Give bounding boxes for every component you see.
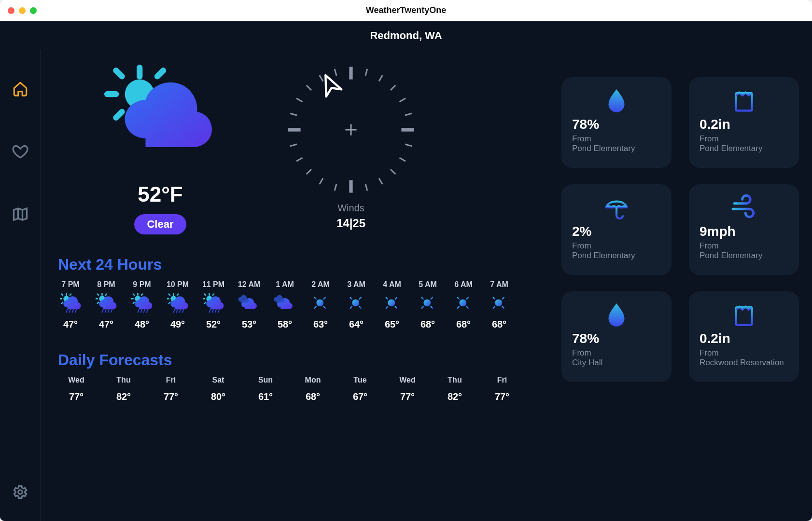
sunny-icon: [310, 293, 331, 314]
daily-hi: 67°: [353, 391, 367, 402]
sidebar-item-map[interactable]: [11, 205, 30, 224]
svg-line-30: [399, 158, 406, 161]
hourly-item[interactable]: 4 AM 65°: [379, 280, 405, 330]
daily-hi: 61°: [258, 391, 273, 402]
sunny-icon: [453, 293, 474, 314]
daily-hi: 77°: [495, 391, 509, 402]
stat-card[interactable]: 78% From Pond Elementary: [561, 77, 672, 168]
stat-value: 0.2in: [700, 117, 788, 132]
titlebar[interactable]: WeatherTwentyOne: [0, 0, 812, 21]
hourly-temp: 47°: [99, 319, 113, 330]
home-icon: [12, 81, 28, 97]
daily-item[interactable]: Tue 67°: [342, 376, 378, 402]
hourly-temp: 52°: [206, 319, 221, 330]
daily-item[interactable]: Fri 77°: [153, 376, 189, 402]
widget-row: 78% From Pond Elementary 0.2in From Pond…: [561, 77, 802, 168]
winds-label: Winds: [337, 203, 364, 214]
hourly-time: 3 AM: [347, 280, 365, 289]
cloudy-icon: [238, 293, 260, 314]
sidebar-item-settings[interactable]: [11, 482, 30, 502]
stat-card[interactable]: 0.2in From Pond Elementary: [689, 77, 799, 168]
svg-line-31: [391, 169, 395, 174]
widget-row: 78% From City Hall 0.2in From Rockwood R…: [561, 291, 802, 382]
daily-item[interactable]: Wed 77°: [58, 376, 95, 402]
daily-item[interactable]: Fri 77°: [484, 376, 520, 402]
hourly-item[interactable]: 8 A 65: [522, 280, 527, 330]
stat-source: Pond Elementary: [700, 144, 788, 153]
daily-day: Fri: [166, 376, 176, 384]
daily-item[interactable]: Thu 82°: [436, 376, 473, 402]
current-conditions: 52°F Clear: [83, 65, 238, 234]
svg-line-26: [399, 98, 406, 102]
hourly-item[interactable]: 1 AM 58°: [272, 280, 297, 330]
daily-hi: 82°: [116, 391, 131, 402]
daily-hi: 82°: [448, 391, 462, 402]
compass-icon: [281, 60, 421, 200]
showers-icon: [60, 293, 81, 314]
widget-row: 2% From Pond Elementary 9mph From Pond E…: [561, 184, 802, 275]
stat-card[interactable]: 2% From Pond Elementary: [561, 184, 672, 275]
hourly-temp: 68°: [420, 319, 435, 330]
stat-value: 78%: [572, 331, 661, 346]
stat-value: 78%: [572, 117, 661, 132]
hourly-temp: 64°: [349, 319, 364, 330]
hourly-item[interactable]: 7 AM 68°: [487, 280, 512, 330]
sunny-icon: [524, 293, 527, 314]
daily-item[interactable]: Sun 61°: [247, 376, 284, 402]
stat-from-label: From: [700, 241, 788, 251]
daily-day: Mon: [305, 376, 321, 384]
hourly-time: 7 AM: [490, 280, 508, 289]
sidebar-item-home[interactable]: [11, 79, 30, 98]
hourly-temp: 63°: [313, 319, 328, 330]
svg-line-25: [391, 85, 395, 90]
hourly-time: 6 AM: [454, 280, 473, 289]
sunny-icon: [489, 293, 510, 314]
stat-source: Pond Elementary: [572, 251, 661, 260]
hourly-item[interactable]: 10 PM 49°: [165, 280, 190, 330]
window-title: WeatherTwentyOne: [0, 5, 812, 15]
hourly-forecast[interactable]: 7 PM 47° 8 PM 47° 9 PM 48° 10 PM 49° 11 …: [58, 280, 527, 330]
hourly-time: 7 PM: [61, 280, 79, 289]
humidity-icon: [603, 87, 630, 114]
hourly-item[interactable]: 5 AM 68°: [415, 280, 440, 330]
daily-item[interactable]: Thu 82°: [105, 376, 142, 402]
svg-line-43: [307, 85, 311, 90]
svg-line-39: [290, 144, 297, 146]
stat-card[interactable]: 78% From City Hall: [561, 291, 672, 382]
hourly-item[interactable]: 2 AM 63°: [308, 280, 333, 330]
daily-hi: 77°: [400, 391, 415, 402]
hourly-item[interactable]: 8 PM 47°: [94, 280, 119, 330]
sunny-icon: [381, 293, 403, 314]
weather-icon-partly-cloudy: [98, 65, 223, 171]
daily-forecast[interactable]: Wed 77° Thu 82° Fri 77° Sat 80° Sun 61° …: [58, 376, 527, 402]
daily-day: Thu: [116, 376, 130, 384]
svg-line-44: [320, 75, 323, 82]
daily-item[interactable]: Wed 77°: [389, 376, 426, 402]
cloudy-icon: [274, 293, 295, 314]
hourly-time: 4 AM: [383, 280, 401, 289]
stat-from-label: From: [700, 134, 788, 144]
hourly-item[interactable]: 3 AM 64°: [344, 280, 369, 330]
stat-from-label: From: [572, 134, 661, 144]
hourly-item[interactable]: 6 AM 68°: [451, 280, 476, 330]
sidebar-item-favorites[interactable]: [11, 142, 30, 161]
hourly-time: 10 PM: [167, 280, 189, 289]
daily-item[interactable]: Sat 80°: [200, 376, 237, 402]
main-panel: 52°F Clear: [41, 50, 542, 521]
showers-icon: [203, 293, 224, 314]
hourly-time: 2 AM: [311, 280, 330, 289]
umbrella-icon: [603, 194, 630, 221]
hourly-time: 9 PM: [133, 280, 151, 289]
condition-button[interactable]: Clear: [134, 214, 186, 234]
stat-card[interactable]: 0.2in From Rockwood Reservation: [689, 291, 799, 382]
svg-line-36: [320, 178, 323, 184]
hourly-item[interactable]: 11 PM 52°: [201, 280, 226, 330]
widgets-panel: 78% From Pond Elementary 0.2in From Pond…: [542, 50, 812, 521]
hourly-item[interactable]: 7 PM 47°: [58, 280, 83, 330]
stat-card[interactable]: 9mph From Pond Elementary: [689, 184, 799, 275]
hourly-item[interactable]: 12 AM 53°: [237, 280, 262, 330]
daily-item[interactable]: Mon 68°: [294, 376, 331, 402]
location-label: Redmond, WA: [370, 29, 442, 42]
hourly-item[interactable]: 9 PM 48°: [129, 280, 154, 330]
svg-line-27: [405, 113, 412, 115]
